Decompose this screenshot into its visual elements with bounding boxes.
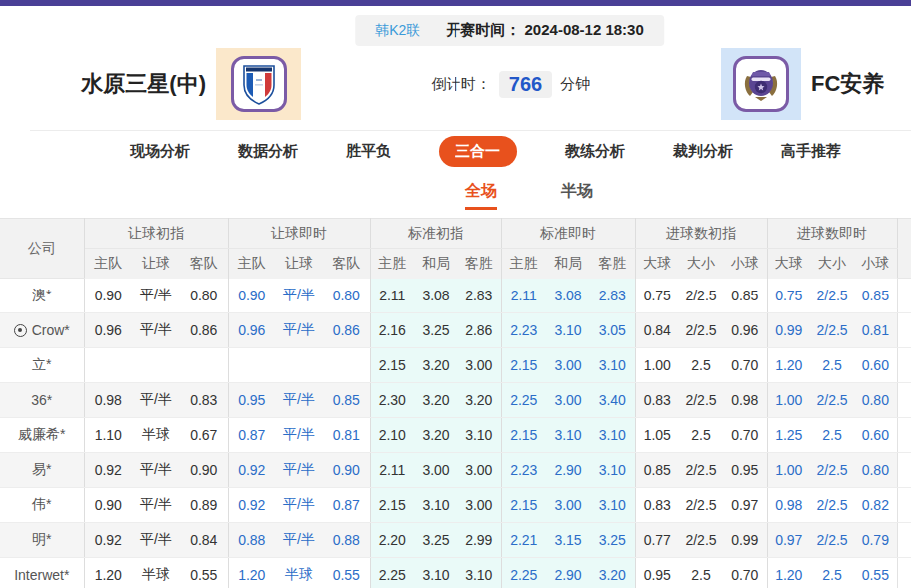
- odds-cell: 3.05: [590, 313, 635, 348]
- odds-cell: 0.92: [84, 453, 132, 488]
- odds-cell: 平/半: [132, 453, 180, 488]
- company-name: Interwet*: [14, 567, 69, 583]
- group-header: 标准即时: [501, 219, 635, 249]
- odds-cell: 2/2.5: [679, 453, 723, 488]
- nav-tab[interactable]: 胜平负: [346, 142, 391, 161]
- odds-cell: 0.75: [767, 279, 810, 313]
- odds-cell: 0.89: [180, 488, 228, 523]
- nav-tab[interactable]: 数据分析: [238, 142, 298, 161]
- odds-cell: 0.96: [723, 313, 767, 348]
- scope-tab[interactable]: 半场: [561, 181, 593, 210]
- odds-cell: 0.99: [723, 523, 767, 558]
- odds-cell: 2/2.5: [810, 488, 854, 523]
- company-cell: 立*: [0, 348, 84, 383]
- odds-table-body: 澳*0.90平/半0.800.90平/半0.802.113.082.832.11…: [0, 279, 911, 588]
- company-cell: 易*: [0, 453, 84, 488]
- odds-cell: 1.10: [84, 418, 132, 453]
- odds-cell: 半球: [132, 558, 180, 588]
- odds-cell: 2.10: [370, 418, 414, 453]
- odds-cell: 0.90: [180, 453, 228, 488]
- odds-cell: 3.08: [414, 279, 457, 313]
- away-team-crest-icon: [733, 56, 789, 112]
- odds-cell: 2.25: [501, 383, 546, 418]
- league-name[interactable]: 韩K2联: [375, 22, 420, 40]
- odds-cell: 1.20: [84, 558, 132, 588]
- odds-cell: 2/2.5: [679, 488, 723, 523]
- odds-cell: 3.00: [457, 453, 501, 488]
- odds-cell: 2.15: [370, 348, 414, 383]
- odds-cell: 2.5: [810, 418, 854, 453]
- odds-cell: 3.00: [457, 488, 501, 523]
- odds-cell: 1.20: [228, 558, 275, 588]
- odds-cell: 3.10: [546, 418, 590, 453]
- nav-tab[interactable]: 裁判分析: [673, 142, 733, 161]
- trailing-cell: [897, 279, 911, 313]
- odds-cell: 3.00: [457, 348, 501, 383]
- odds-cell: 2/2.5: [679, 313, 723, 348]
- nav-tab[interactable]: 现场分析: [130, 142, 190, 161]
- nav-tab[interactable]: 三合一: [439, 136, 517, 167]
- table-row: Interwet*1.20半球0.551.20半球0.552.253.103.1…: [0, 558, 911, 588]
- odds-cell: 0.97: [767, 523, 810, 558]
- odds-cell: 0.95: [635, 558, 679, 588]
- odds-cell: [275, 348, 323, 383]
- nav-tab[interactable]: 教练分析: [565, 142, 625, 161]
- odds-cell: 2/2.5: [810, 523, 854, 558]
- odds-cell: 0.83: [635, 383, 679, 418]
- odds-cell: 3.10: [590, 418, 635, 453]
- odds-cell: 平/半: [132, 488, 180, 523]
- scope-tab[interactable]: 全场: [465, 181, 497, 210]
- odds-cell: 0.98: [767, 488, 810, 523]
- odds-cell: 0.84: [180, 523, 228, 558]
- odds-cell: 平/半: [132, 279, 180, 313]
- odds-cell: [180, 348, 228, 383]
- odds-cell: 1.00: [767, 383, 810, 418]
- odds-cell: 平/半: [132, 313, 180, 348]
- odds-cell: 平/半: [275, 383, 323, 418]
- odds-cell: 0.90: [84, 488, 132, 523]
- odds-cell: 平/半: [275, 279, 323, 313]
- odds-cell: 3.25: [414, 313, 457, 348]
- odds-cell: 平/半: [275, 418, 323, 453]
- odds-cell: 3.20: [414, 418, 457, 453]
- company-name: 36*: [31, 392, 52, 408]
- odds-cell: 2.15: [370, 488, 414, 523]
- odds-cell: 3.15: [546, 523, 590, 558]
- countdown: 倒计时： 766 分钟: [301, 71, 721, 98]
- trailing-cell: [897, 523, 911, 558]
- odds-cell: 3.20: [414, 383, 457, 418]
- column-header: 主胜: [370, 249, 414, 279]
- odds-cell: 2/2.5: [810, 313, 854, 348]
- nav-tab[interactable]: 高手推荐: [781, 142, 841, 161]
- odds-cell: 3.00: [546, 383, 590, 418]
- countdown-value: 766: [499, 71, 552, 98]
- trailing-cell: [897, 488, 911, 523]
- table-row: 易*0.92平/半0.900.92平/半0.902.113.003.002.23…: [0, 453, 911, 488]
- column-header: 和局: [546, 249, 590, 279]
- group-header: 进球数初指: [635, 219, 767, 249]
- odds-cell: 1.20: [767, 558, 810, 588]
- column-header: 主队: [84, 249, 132, 279]
- odds-cell: 0.90: [228, 279, 275, 313]
- odds-cell: 0.55: [854, 558, 897, 588]
- group-header: 让球即时: [228, 219, 370, 249]
- table-row: 立*2.153.203.002.153.003.101.002.50.701.2…: [0, 348, 911, 383]
- company-name: 立*: [32, 356, 51, 374]
- odds-cell: 3.10: [546, 313, 590, 348]
- column-header: 主胜: [501, 249, 546, 279]
- trailing-cell: [897, 313, 911, 348]
- odds-table: 公司 让球初指让球即时标准初指标准即时进球数初指进球数即时 主队让球客队主队让球…: [0, 218, 911, 588]
- odds-cell: 0.81: [323, 418, 370, 453]
- odds-cell: 0.85: [635, 453, 679, 488]
- column-header: 小球: [854, 249, 897, 279]
- odds-cell: 半球: [132, 418, 180, 453]
- odds-cell: 2.20: [370, 523, 414, 558]
- odds-cell: 2.86: [457, 313, 501, 348]
- odds-cell: 2/2.5: [810, 453, 854, 488]
- company-cell: Crow*: [0, 313, 84, 348]
- odds-cell: 0.85: [323, 383, 370, 418]
- odds-cell: 0.80: [323, 279, 370, 313]
- column-header: 和局: [414, 249, 457, 279]
- odds-cell: 0.88: [228, 523, 275, 558]
- odds-cell: 2.15: [501, 348, 546, 383]
